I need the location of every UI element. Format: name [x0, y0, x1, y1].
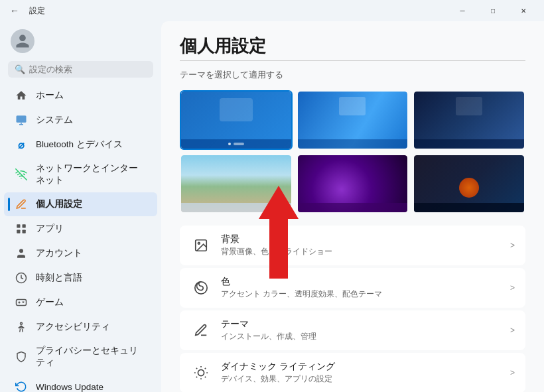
theme-thumb-3[interactable]	[413, 90, 525, 150]
network-icon	[15, 168, 28, 181]
theme-thumb-6[interactable]	[413, 154, 525, 214]
settings-item-lighting[interactable]: ダイナミック ライティング デバイス、効果、アプリの設定 >	[180, 353, 525, 392]
home-icon	[15, 89, 28, 102]
lighting-desc: デバイス、効果、アプリの設定	[221, 373, 501, 385]
sidebar-label-windows-update: Windows Update	[36, 382, 103, 392]
svg-rect-2	[23, 224, 26, 228]
theme-grid	[180, 90, 525, 214]
theme-text: テーマ インストール、作成、管理	[221, 318, 501, 342]
update-icon	[15, 380, 28, 392]
svg-rect-0	[17, 115, 27, 123]
sidebar-item-accessibility[interactable]: アクセシビリティ	[4, 315, 157, 339]
lighting-title: ダイナミック ライティング	[221, 361, 501, 373]
sidebar-label-time: 時刻と言語	[36, 272, 82, 284]
sidebar-label-game: ゲーム	[36, 296, 64, 308]
sidebar-item-time[interactable]: 時刻と言語	[4, 266, 157, 290]
arrow-shaft	[269, 219, 288, 279]
search-box[interactable]: 🔍	[8, 61, 153, 78]
theme-thumb-1[interactable]	[180, 90, 293, 150]
theme-desc: インストール、作成、管理	[221, 331, 501, 342]
close-button[interactable]: ✕	[508, 0, 539, 21]
sidebar-top	[0, 21, 161, 58]
system-icon	[15, 113, 28, 127]
titlebar: ← 設定 ─ □ ✕	[0, 0, 544, 21]
background-icon	[190, 235, 212, 256]
theme-section-label: テーマを選択して適用する	[180, 69, 525, 81]
sidebar-label-personalize: 個人用設定	[36, 198, 82, 210]
game-icon	[15, 296, 28, 309]
account-icon	[15, 247, 28, 260]
sidebar-label-home: ホーム	[36, 90, 64, 101]
color-desc: アクセント カラー、透明度効果、配色テーマ	[221, 289, 501, 300]
search-icon: 🔍	[15, 64, 25, 74]
sidebar-item-game[interactable]: ゲーム	[4, 291, 157, 314]
lighting-chevron: >	[510, 368, 515, 377]
sidebar-item-apps[interactable]: アプリ	[4, 217, 157, 241]
apps-icon	[15, 222, 28, 235]
theme-icon	[190, 320, 212, 341]
sidebar-item-network[interactable]: ネットワークとインターネット	[4, 157, 157, 192]
theme-title: テーマ	[221, 318, 501, 330]
settings-item-background[interactable]: 背景 背景画像、色、スライドショー >	[180, 226, 525, 265]
svg-rect-1	[17, 224, 20, 228]
titlebar-controls: ─ □ ✕	[447, 0, 539, 21]
settings-list: 背景 背景画像、色、スライドショー > 色 アクセント カラー、透明度効果、配色…	[180, 226, 525, 392]
sidebar-label-privacy: プライバシーとセキュリティ	[36, 345, 147, 369]
sidebar-label-apps: アプリ	[36, 223, 64, 235]
sidebar-item-account[interactable]: アカウント	[4, 241, 157, 265]
color-text: 色 アクセント カラー、透明度効果、配色テーマ	[221, 276, 501, 300]
sidebar-item-system[interactable]: システム	[4, 108, 157, 132]
sidebar: 🔍 ホーム システム ⌀ Bluetooth とデバイス	[0, 21, 161, 392]
maximize-button[interactable]: □	[478, 0, 508, 21]
theme-thumb-5[interactable]	[297, 154, 409, 214]
accessibility-icon	[15, 320, 28, 334]
svg-rect-3	[17, 230, 20, 233]
theme-chevron: >	[510, 326, 515, 335]
settings-item-theme[interactable]: テーマ インストール、作成、管理 >	[180, 310, 525, 350]
lighting-icon	[190, 362, 212, 383]
page-title: 個人用設定	[180, 34, 525, 58]
svg-rect-7	[17, 300, 27, 306]
titlebar-left: ← 設定	[5, 1, 45, 20]
sidebar-label-bluetooth: Bluetooth とデバイス	[36, 139, 123, 151]
color-icon	[190, 277, 212, 298]
background-chevron: >	[510, 241, 515, 250]
sidebar-item-windows-update[interactable]: Windows Update	[4, 375, 157, 392]
svg-rect-4	[23, 230, 26, 233]
avatar[interactable]	[11, 29, 34, 53]
sidebar-label-account: アカウント	[36, 247, 82, 259]
minimize-button[interactable]: ─	[447, 0, 478, 21]
main-content: 個人用設定 テーマを選択して適用する	[161, 21, 544, 392]
back-button[interactable]: ←	[5, 1, 24, 20]
sidebar-label-network: ネットワークとインターネット	[36, 163, 147, 186]
theme-thumb-2[interactable]	[297, 90, 409, 150]
page-title-divider	[180, 60, 525, 61]
sidebar-item-personalize[interactable]: 個人用設定	[4, 192, 157, 216]
time-icon	[15, 271, 28, 285]
lighting-text: ダイナミック ライティング デバイス、効果、アプリの設定	[221, 361, 501, 385]
svg-point-8	[21, 322, 23, 324]
sidebar-label-accessibility: アクセシビリティ	[36, 321, 110, 333]
arrow-head	[259, 186, 299, 219]
sidebar-item-home[interactable]: ホーム	[4, 84, 157, 107]
sidebar-label-system: システム	[36, 114, 73, 126]
svg-point-5	[19, 249, 23, 253]
personalize-icon	[15, 198, 28, 211]
search-input[interactable]	[29, 64, 147, 74]
red-arrow	[259, 186, 299, 279]
privacy-icon	[15, 350, 28, 363]
color-chevron: >	[510, 283, 515, 293]
titlebar-title: 設定	[29, 5, 45, 17]
svg-point-10	[198, 242, 200, 244]
svg-point-12	[198, 369, 204, 375]
settings-item-color[interactable]: 色 アクセント カラー、透明度効果、配色テーマ >	[180, 268, 525, 308]
sidebar-item-bluetooth[interactable]: ⌀ Bluetooth とデバイス	[4, 133, 157, 157]
bluetooth-icon: ⌀	[15, 138, 28, 151]
sidebar-item-privacy[interactable]: プライバシーとセキュリティ	[4, 340, 157, 374]
sidebar-nav: ホーム システム ⌀ Bluetooth とデバイス ネットワークとインターネッ…	[0, 83, 161, 392]
